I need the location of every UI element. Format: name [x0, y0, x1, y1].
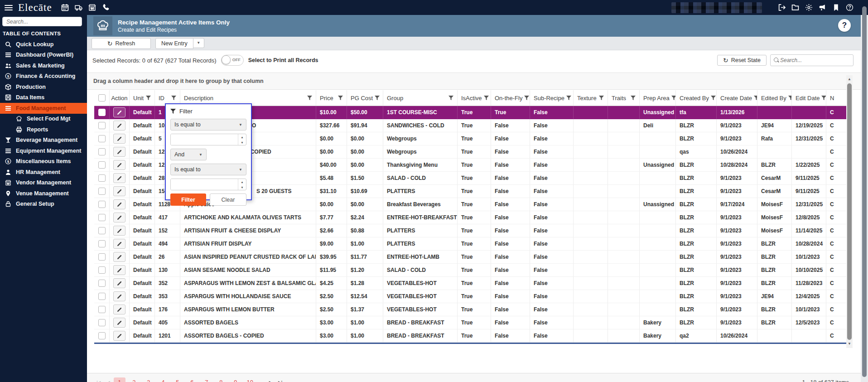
filter-icon-on_the_fly[interactable]	[522, 96, 529, 101]
grid-search-input[interactable]	[779, 57, 854, 63]
calendar-icon[interactable]	[61, 3, 70, 12]
sidebar-item-general-setup[interactable]: General Setup	[0, 199, 87, 210]
edit-button[interactable]	[113, 147, 125, 157]
megaphone-icon[interactable]	[818, 3, 827, 12]
filter-icon-group[interactable]	[447, 96, 453, 101]
column-header-group[interactable]: Group	[383, 90, 458, 106]
last-page-button[interactable]: ▶|	[278, 380, 281, 382]
filter-icon-description[interactable]	[305, 96, 312, 101]
sidebar-item-select-food-mgt[interactable]: Select Food Mgt	[0, 114, 87, 125]
page-button-7[interactable]: 7	[201, 377, 212, 382]
column-header-sub_recipe[interactable]: Sub-Recipe	[530, 90, 574, 106]
table-row[interactable]: Default417ARTICHOKE AND KALAMATA OLIVES …	[94, 211, 853, 224]
print-all-toggle[interactable]: OFF	[221, 55, 244, 66]
row-checkbox[interactable]	[98, 227, 106, 234]
filter-value1-input[interactable]	[171, 134, 238, 145]
table-row[interactable]: Default1201ASSORTED BAGELS - COPIED$3.00…	[94, 329, 853, 343]
filter-icon-texture[interactable]	[597, 96, 604, 101]
row-checkbox[interactable]	[98, 135, 106, 142]
edit-button[interactable]	[113, 134, 125, 144]
column-header-action[interactable]: Action	[110, 90, 130, 106]
row-checkbox[interactable]	[98, 214, 106, 221]
vertical-scrollbar[interactable]: ▲ ▼	[846, 75, 853, 348]
table-row[interactable]: Default352ASPARAGUS WITH LEMON ZEST & BA…	[94, 277, 853, 290]
spinner-up-icon[interactable]: ▲	[238, 179, 246, 184]
spinner-down-icon[interactable]: ▼	[238, 140, 246, 145]
filter-icon-traits[interactable]	[629, 96, 636, 101]
spinner-down-icon[interactable]: ▼	[238, 184, 246, 190]
new-entry-button[interactable]: New Entry	[155, 38, 193, 49]
edit-button[interactable]	[113, 160, 125, 170]
edit-button[interactable]	[113, 239, 125, 249]
sidebar-item-sales-marketing[interactable]: Sales & Marketing	[0, 60, 87, 71]
filter-icon-create_date[interactable]	[752, 96, 757, 101]
row-checkbox[interactable]	[98, 280, 106, 287]
table-row[interactable]: Default353ASPARGUS WITH HOLLANDAISE SAUC…	[94, 290, 853, 303]
page-button-3[interactable]: 3	[143, 377, 154, 382]
row-checkbox[interactable]	[98, 266, 106, 274]
filter-icon-unit[interactable]	[144, 96, 151, 101]
clear-filter-button[interactable]: Clear	[210, 193, 246, 206]
next-page-button[interactable]: ▶	[269, 380, 272, 382]
page-button-2[interactable]: 2	[128, 377, 140, 382]
sidebar-item-venue-management[interactable]: Venue Management	[0, 188, 87, 199]
edit-button[interactable]	[113, 226, 125, 236]
edit-button[interactable]	[113, 252, 125, 262]
filter-icon-pg_cost[interactable]	[373, 96, 380, 101]
row-checkbox[interactable]	[98, 293, 106, 300]
first-page-button[interactable]: |◀	[96, 380, 100, 382]
table-row[interactable]: Default26ASIAN INSPIRED PEANUT CRUSTED R…	[94, 251, 853, 264]
sidebar-item-hr-management[interactable]: HR Management	[0, 167, 87, 178]
edit-button[interactable]	[113, 265, 125, 275]
page-button-1[interactable]: 1	[114, 377, 125, 382]
edit-button[interactable]	[113, 213, 125, 222]
table-row[interactable]: Default152ARTISIAN FRUIT & CHEESE DISPLA…	[94, 224, 853, 237]
sidebar-item-vendor-management[interactable]: Vendor Management	[0, 178, 87, 189]
edit-button[interactable]	[113, 173, 125, 183]
column-header-prep_area[interactable]: Prep Area	[640, 90, 676, 106]
edit-button[interactable]	[113, 186, 125, 196]
column-header-traits[interactable]: Traits	[608, 90, 640, 106]
filter-operator1-dropdown[interactable]: Is equal to▼	[170, 119, 246, 131]
sidebar-item-dashboard-powerbi[interactable]: Dashboard (PowerBI)	[0, 50, 87, 61]
storefront-icon[interactable]	[88, 3, 97, 12]
sidebar-item-miscellaneous-items[interactable]: $Miscellaneous Items	[0, 156, 87, 167]
page-ellipsis[interactable]: ...	[259, 379, 264, 382]
row-checkbox[interactable]	[98, 188, 106, 195]
filter-icon-sub_recipe[interactable]	[564, 96, 571, 101]
table-row[interactable]: Default405ASSORTED BAGELS$3.00$1.00BREAD…	[94, 316, 853, 329]
column-header-edit_date[interactable]: Edit Date	[792, 90, 826, 106]
column-header-on_the_fly[interactable]: On-the-Fly	[491, 90, 530, 106]
edit-button[interactable]	[113, 318, 125, 328]
column-header-tail[interactable]: N	[826, 90, 846, 106]
filter-icon-price[interactable]	[336, 96, 343, 101]
filter-icon-edited_by[interactable]	[786, 96, 792, 101]
spinner-up-icon[interactable]: ▲	[238, 134, 246, 140]
row-checkbox[interactable]	[98, 201, 106, 208]
reset-state-button[interactable]: ↻ Reset State	[717, 55, 767, 66]
edit-button[interactable]	[113, 291, 125, 301]
column-header-unit[interactable]: Unit	[130, 90, 155, 106]
folder-icon[interactable]	[791, 3, 800, 12]
page-button-6[interactable]: 6	[186, 377, 198, 382]
edit-button[interactable]	[113, 121, 125, 131]
edit-button[interactable]	[113, 278, 125, 288]
scroll-up-arrow[interactable]: ▲	[846, 76, 853, 82]
filter-value2-input[interactable]	[171, 179, 238, 190]
help-button[interactable]: ?	[838, 19, 851, 32]
logout-icon[interactable]	[777, 3, 786, 12]
hamburger-menu-icon[interactable]	[5, 5, 13, 10]
apply-filter-button[interactable]: Filter	[170, 193, 206, 206]
edit-button[interactable]	[113, 305, 125, 314]
new-entry-dropdown-arrow[interactable]: ▼	[193, 38, 204, 48]
row-checkbox[interactable]	[98, 319, 106, 326]
row-checkbox[interactable]	[98, 240, 106, 247]
table-row[interactable]: Default176ASPARGUS WITH LEMON BUTTER$2.5…	[94, 303, 853, 316]
page-button-9[interactable]: 9	[230, 377, 241, 382]
group-by-bar[interactable]: Drag a column header and drop it here to…	[87, 73, 861, 90]
row-checkbox[interactable]	[98, 122, 106, 129]
filter-icon-edit_date[interactable]	[820, 96, 826, 101]
filter-icon-id[interactable]	[169, 96, 176, 101]
page-scrollbar[interactable]	[861, 0, 868, 382]
filter-icon-created_by[interactable]	[709, 96, 716, 101]
